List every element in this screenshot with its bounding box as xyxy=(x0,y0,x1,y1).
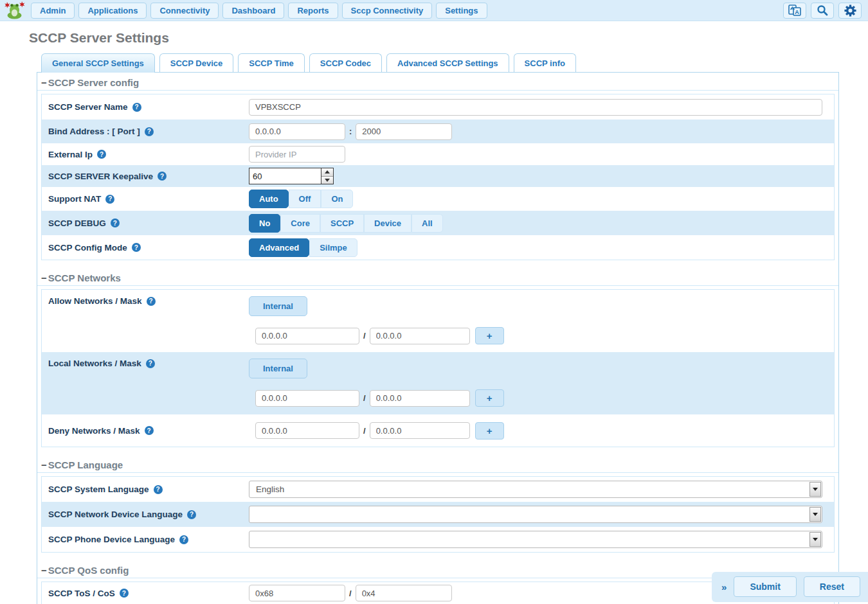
reset-button[interactable]: Reset xyxy=(804,576,860,597)
system-language-select[interactable]: English xyxy=(249,481,822,498)
action-bar: » Submit Reset xyxy=(712,572,868,602)
network-device-language-select[interactable] xyxy=(249,506,822,523)
add-local-network-button[interactable]: + xyxy=(475,389,504,407)
collapse-icon[interactable]: − xyxy=(41,565,47,575)
tab-sccp-info[interactable]: SCCP info xyxy=(514,53,576,72)
collapse-icon[interactable]: − xyxy=(41,78,47,87)
allow-network-inputs: / + xyxy=(255,327,504,344)
section-header-networks: − SCCP Networks xyxy=(37,268,838,286)
nav-item-dashboard[interactable]: Dashboard xyxy=(222,3,284,19)
section-title: SCCP Networks xyxy=(48,272,121,283)
nat-off-button[interactable]: Off xyxy=(289,190,321,208)
keepalive-stepper[interactable] xyxy=(249,168,334,184)
navbar-right-icons: A xyxy=(783,3,862,19)
nav-item-applications[interactable]: Applications xyxy=(78,3,147,19)
phone-device-language-select[interactable] xyxy=(249,531,822,548)
collapse-chevrons-icon[interactable]: » xyxy=(721,582,727,592)
tab-general-sccp-settings[interactable]: General SCCP Settings xyxy=(41,53,155,73)
settings-gear-button[interactable] xyxy=(838,3,862,19)
deny-network-inputs: / + xyxy=(255,422,504,440)
debug-core-button[interactable]: Core xyxy=(280,214,320,233)
label-text: SCCP Phone Device Language xyxy=(48,535,175,544)
collapse-icon[interactable]: − xyxy=(41,460,47,470)
nav-item-reports[interactable]: Reports xyxy=(288,3,338,19)
allow-mask-input[interactable] xyxy=(370,328,470,344)
stepper-up-icon[interactable] xyxy=(321,168,333,177)
nat-on-button[interactable]: On xyxy=(321,190,353,208)
help-icon[interactable]: ? xyxy=(111,218,120,227)
freepbx-logo[interactable] xyxy=(3,1,27,21)
tab-sccp-device[interactable]: SCCP Device xyxy=(159,53,233,72)
allow-network-input[interactable] xyxy=(255,328,359,344)
debug-no-button[interactable]: No xyxy=(249,214,280,233)
help-icon[interactable]: ? xyxy=(132,243,141,252)
nav-item-settings[interactable]: Settings xyxy=(436,3,487,19)
help-icon[interactable]: ? xyxy=(158,172,167,181)
deny-network-input[interactable] xyxy=(255,422,359,439)
tab-sccp-codec[interactable]: SCCP Codec xyxy=(309,53,382,72)
chevron-down-icon[interactable] xyxy=(809,532,821,547)
add-allow-network-button[interactable]: + xyxy=(475,327,504,344)
section-header-server-config: − SCCP Server config xyxy=(37,73,838,91)
label-text: Allow Networks / Mask xyxy=(48,296,142,306)
external-ip-input[interactable] xyxy=(249,146,345,163)
help-icon[interactable]: ? xyxy=(120,589,129,598)
sccp-server-name-input[interactable] xyxy=(249,99,822,116)
field-label-keepalive: SCCP SERVER Keepalive ? xyxy=(48,172,249,181)
nav-item-connectivity[interactable]: Connectivity xyxy=(150,3,219,19)
stepper-down-icon[interactable] xyxy=(321,177,333,184)
help-icon[interactable]: ? xyxy=(145,426,154,435)
config-mode-simple-button[interactable]: Silmpe xyxy=(309,238,357,257)
label-text: Bind Address : [ Port ] xyxy=(48,127,140,136)
help-icon[interactable]: ? xyxy=(105,195,114,204)
sccp-tos-input[interactable] xyxy=(249,585,345,601)
debug-all-button[interactable]: All xyxy=(411,214,443,233)
search-button[interactable] xyxy=(811,3,834,19)
config-mode-advanced-button[interactable]: Advanced xyxy=(249,238,309,257)
label-text: SCCP Server Name xyxy=(48,102,128,112)
field-label-phone-device-language: SCCP Phone Device Language ? xyxy=(48,535,249,544)
chevron-down-icon[interactable] xyxy=(809,482,821,497)
section-title: SCCP Language xyxy=(48,459,123,470)
local-internal-button[interactable]: Internal xyxy=(249,359,307,378)
help-icon[interactable]: ? xyxy=(146,359,155,368)
help-icon[interactable]: ? xyxy=(154,485,163,494)
add-deny-network-button[interactable]: + xyxy=(475,422,504,440)
local-network-input[interactable] xyxy=(255,390,359,407)
bind-address-input[interactable] xyxy=(249,123,345,140)
field-label-local-networks: Local Networks / Mask ? xyxy=(48,359,249,368)
sccp-cos-input[interactable] xyxy=(356,585,452,601)
search-icon xyxy=(817,4,828,16)
label-text: SCCP ToS / CoS xyxy=(48,589,115,598)
support-nat-group: Auto Off On xyxy=(249,190,353,208)
field-label-sccp-tos: SCCP ToS / CoS ? xyxy=(48,589,249,598)
help-icon[interactable]: ? xyxy=(179,535,188,544)
nav-item-sccp-connectivity[interactable]: Sccp Connectivity xyxy=(342,3,433,19)
nav-item-admin[interactable]: Admin xyxy=(31,3,75,19)
help-icon[interactable]: ? xyxy=(147,297,156,306)
label-text: SCCP System Language xyxy=(48,484,149,494)
language-button[interactable]: A xyxy=(783,3,806,19)
deny-mask-input[interactable] xyxy=(370,422,470,439)
bind-port-input[interactable] xyxy=(356,123,452,140)
field-label-server-name: SCCP Server Name ? xyxy=(48,102,249,112)
submit-button[interactable]: Submit xyxy=(734,576,796,597)
keepalive-input[interactable] xyxy=(249,168,321,184)
tab-sccp-time[interactable]: SCCP Time xyxy=(238,53,305,72)
collapse-icon[interactable]: − xyxy=(41,273,47,283)
tab-advanced-sccp-settings[interactable]: Advanced SCCP Settings xyxy=(386,53,509,72)
help-icon[interactable]: ? xyxy=(187,510,196,519)
chevron-down-icon[interactable] xyxy=(809,507,821,522)
debug-device-button[interactable]: Device xyxy=(364,214,411,233)
help-icon[interactable]: ? xyxy=(132,103,141,112)
tab-bar: General SCCP Settings SCCP Device SCCP T… xyxy=(41,53,868,72)
label-text: SCCP SERVER Keepalive xyxy=(48,172,153,181)
config-mode-group: Advanced Silmpe xyxy=(249,238,357,257)
field-label-config-mode: SCCP Config Mode ? xyxy=(48,243,249,253)
help-icon[interactable]: ? xyxy=(145,127,154,136)
help-icon[interactable]: ? xyxy=(97,150,106,159)
nat-auto-button[interactable]: Auto xyxy=(249,190,289,208)
local-mask-input[interactable] xyxy=(370,390,470,407)
debug-sccp-button[interactable]: SCCP xyxy=(320,214,364,233)
allow-internal-button[interactable]: Internal xyxy=(249,296,307,316)
